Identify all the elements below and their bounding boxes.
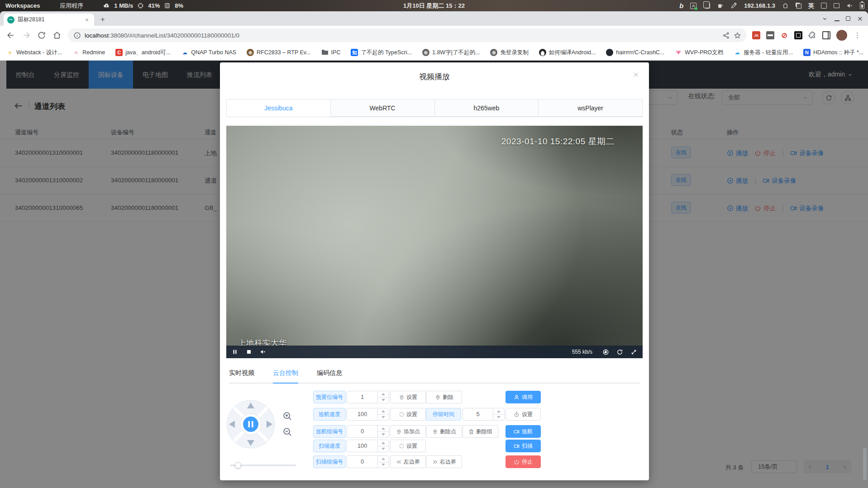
address-bar[interactable]: localhost:38080/#/channelList/3402000000…: [68, 28, 747, 42]
ptz-input-value[interactable]: 100: [347, 440, 377, 452]
number-stepper[interactable]: [377, 426, 389, 437]
player-tab-webrtc[interactable]: WebRTC: [330, 99, 434, 117]
zoom-out-icon[interactable]: [282, 427, 292, 437]
bookmark-item[interactable]: Cjava、android可...: [115, 49, 171, 57]
home-button[interactable]: [52, 31, 62, 40]
home-tray-icon[interactable]: [782, 2, 789, 9]
ptz-input-value[interactable]: 100: [347, 408, 377, 420]
browser-menu-icon[interactable]: ⋮: [854, 31, 858, 39]
input-language[interactable]: 英: [808, 2, 814, 10]
ptz-input-value[interactable]: 0: [347, 426, 377, 437]
extensions-puzzle-icon[interactable]: [808, 31, 816, 39]
ptz-button[interactable]: 设置: [390, 408, 426, 421]
stepper-down-icon[interactable]: [378, 462, 389, 468]
ptz-action-巡航[interactable]: 巡航: [506, 425, 541, 438]
ptz-number-input[interactable]: 100: [347, 440, 389, 452]
ptz-button[interactable]: 左边界: [390, 455, 426, 468]
display-icon[interactable]: [834, 3, 839, 8]
info-tab-2[interactable]: 云台控制: [273, 363, 298, 384]
info-tab-3[interactable]: 编码信息: [317, 363, 342, 384]
ptz-speed-slider[interactable]: [230, 464, 296, 466]
workspaces-button[interactable]: Workspaces: [5, 2, 40, 9]
ptz-button[interactable]: 右边界: [426, 455, 462, 468]
bookmark-item[interactable]: IPC: [321, 49, 341, 56]
dialog-close-icon[interactable]: [632, 71, 640, 79]
translate-tray-icon[interactable]: A: [690, 3, 696, 9]
ptz-input-value[interactable]: 1: [347, 391, 377, 403]
clipboard-tray-icon[interactable]: [705, 3, 710, 9]
video-player[interactable]: 2023-01-10 15:22:05 星期二 上地科实大华 555 kb/s: [226, 126, 643, 358]
extension-dark-icon[interactable]: [794, 31, 802, 39]
bookmark-item[interactable]: ⊕RFC2833 – RTP Ev...: [247, 49, 311, 56]
performance-icon[interactable]: [602, 349, 609, 355]
bookmark-item[interactable]: ΨWVP-PRO文档: [675, 49, 723, 57]
ptz-button[interactable]: 设置: [390, 440, 426, 452]
slider-handle[interactable]: [235, 462, 241, 469]
bookmark-item[interactable]: ∩Redmine: [72, 49, 105, 56]
windows-tray-icon[interactable]: [796, 3, 801, 9]
player-tab-jessibuca[interactable]: Jessibuca: [227, 99, 330, 117]
extension-print-icon[interactable]: [766, 31, 774, 39]
ptz-number-input[interactable]: 0: [347, 425, 389, 438]
stepper-up-icon[interactable]: [378, 391, 389, 398]
ptz-input-value[interactable]: 0: [347, 456, 377, 468]
ptz-action-设置[interactable]: 设置: [506, 408, 541, 421]
bing-tray-icon[interactable]: b: [679, 2, 683, 9]
ptz-button[interactable]: 添加点: [390, 425, 426, 438]
ptz-button[interactable]: 删除点: [426, 425, 462, 438]
back-button[interactable]: [6, 31, 15, 40]
stepper-up-icon[interactable]: [378, 408, 389, 415]
tab-close-icon[interactable]: [83, 16, 91, 24]
screen-rotate-icon[interactable]: [821, 3, 827, 9]
stop-icon[interactable]: [246, 349, 252, 355]
stepper-down-icon[interactable]: [378, 415, 389, 421]
bookmark-item[interactable]: NHDAtmos :: 种子 *...: [803, 49, 863, 57]
clock[interactable]: 1月10日 星期二 15：22: [403, 2, 465, 10]
stepper-up-icon[interactable]: [493, 408, 504, 415]
ptz-action-扫描[interactable]: 扫描: [506, 440, 541, 452]
stepper-up-icon[interactable]: [378, 426, 389, 432]
reload-button[interactable]: [37, 31, 46, 40]
site-info-icon[interactable]: [73, 32, 81, 39]
bookmark-star-icon[interactable]: [734, 32, 741, 39]
zoom-in-icon[interactable]: [282, 411, 292, 421]
ptz-button[interactable]: 删除组: [463, 425, 498, 438]
number-stepper[interactable]: [377, 391, 389, 403]
color-picker-tray-icon[interactable]: [730, 2, 737, 9]
sidebar-toggle-icon[interactable]: [822, 31, 830, 39]
ptz-number-input[interactable]: 0: [347, 455, 389, 468]
ptz-button[interactable]: 设置: [390, 391, 426, 403]
number-stepper[interactable]: [493, 408, 504, 420]
number-stepper[interactable]: [377, 440, 389, 452]
stepper-down-icon[interactable]: [378, 398, 389, 403]
bookmark-item[interactable]: 知了不起的 TypeScri...: [351, 49, 412, 57]
extension-adblock-icon[interactable]: ⊘: [780, 31, 788, 39]
bookmark-item[interactable]: ☁服务器 - 轻量应用...: [734, 49, 793, 57]
ptz-action-停止[interactable]: 停止: [506, 455, 541, 468]
ptz-direction-pad[interactable]: [225, 399, 276, 450]
ptz-action-调用[interactable]: 调用: [506, 391, 541, 403]
stepper-up-icon[interactable]: [378, 440, 389, 446]
ptz-extra-value[interactable]: 5: [463, 408, 493, 420]
stepper-down-icon[interactable]: [493, 415, 504, 421]
bookmark-item[interactable]: ⊕1.8W字|了不起的...: [422, 49, 480, 57]
window-menu-chevron-icon[interactable]: [821, 15, 828, 22]
window-minimize-button[interactable]: [835, 20, 839, 21]
window-maximize-button[interactable]: [846, 16, 850, 21]
stepper-down-icon[interactable]: [378, 446, 389, 452]
refresh-stream-icon[interactable]: [616, 349, 623, 355]
bookmark-item[interactable]: hairrrrr/C-CrashC...: [606, 49, 664, 56]
stepper-up-icon[interactable]: [378, 456, 389, 462]
ptz-extra-input[interactable]: 5: [463, 408, 505, 421]
page-scrollbar-thumb[interactable]: [863, 448, 867, 480]
caffeine-tray-icon[interactable]: [717, 2, 724, 9]
bookmark-item[interactable]: 如何编译Android...: [539, 49, 596, 57]
new-tab-button[interactable]: [97, 14, 109, 25]
info-tab-1[interactable]: 实时视频: [229, 363, 254, 384]
ptz-button[interactable]: 删除: [426, 391, 462, 403]
share-icon[interactable]: [722, 32, 730, 39]
battery-icon[interactable]: [860, 2, 864, 9]
window-close-button[interactable]: [857, 15, 863, 22]
profile-avatar[interactable]: [836, 30, 847, 41]
number-stepper[interactable]: [377, 456, 389, 468]
